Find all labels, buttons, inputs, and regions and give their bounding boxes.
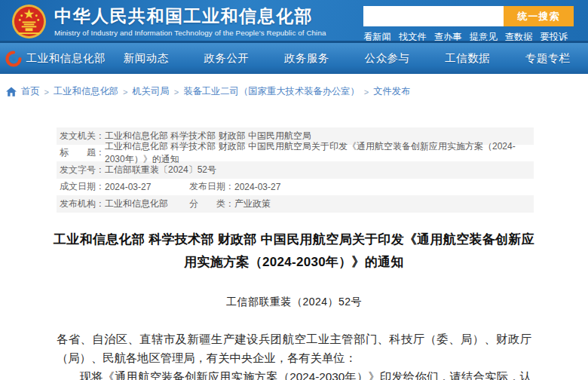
- breadcrumb-separator: >: [123, 87, 127, 97]
- quick-link-complaints[interactable]: 要投诉: [540, 31, 568, 44]
- meta-label: 发文机关：: [60, 130, 105, 142]
- breadcrumb-item-equipment-dept[interactable]: 装备工业二司（国家重大技术装备办公室）: [183, 85, 360, 98]
- breadcrumb-item-departments[interactable]: 机关司局: [133, 85, 170, 98]
- meta-value: 2024-03-27: [105, 182, 151, 192]
- quick-links: 看新闻 找文件 查办事 提意见 查数据 要投诉: [363, 31, 583, 44]
- breadcrumb-item-miit[interactable]: 工业和信息化部: [54, 85, 118, 98]
- breadcrumb-separator: >: [364, 87, 369, 97]
- nav-item-gov-info[interactable]: 政务公开: [186, 51, 267, 66]
- meta-value: 产业政策: [234, 198, 271, 210]
- breadcrumb-separator: >: [174, 87, 179, 97]
- site-title: 中华人民共和国工业和信息化部: [54, 6, 326, 26]
- banner-tools: 统一搜索 看新闻 找文件 查办事 提意见 查数据 要投诉: [363, 0, 583, 44]
- breadcrumb-item-home[interactable]: 首页: [21, 85, 40, 98]
- nav-item-topics[interactable]: 专题专栏: [507, 51, 588, 66]
- unified-search-input[interactable]: [363, 6, 504, 26]
- meta-row-publisher: 发布机构： 工业和信息化部 分 类： 产业政策: [57, 195, 534, 213]
- main-nav: 工业和信息化部 新闻动态 政务公开 政务服务 公众参与 工信数据 专题专栏: [0, 43, 588, 74]
- miit-logo-icon: [5, 50, 23, 68]
- banner-branding: 中华人民共和国工业和信息化部 Ministry of Industry and …: [0, 4, 326, 39]
- quick-link-files[interactable]: 找文件: [399, 31, 427, 44]
- meta-row-dates: 成文日期： 2024-03-27 发布日期： 2024-03-27: [57, 179, 534, 196]
- meta-label: 发布日期：: [189, 180, 234, 193]
- site-subtitle: Ministry of Industry and Information Tec…: [54, 29, 326, 37]
- nav-item-data[interactable]: 工信数据: [427, 51, 508, 66]
- document-paragraph-body: 现将《通用航空装备创新应用实施方案（2024-2030年）》印发给你们，请结合实…: [57, 367, 531, 380]
- document-paragraph-recipients: 各省、自治区、直辖市及新疆生产建设兵团航空工业主管部门、科技厅（委、局）、财政厅…: [57, 329, 531, 367]
- nav-item-gov-services[interactable]: 政务服务: [267, 51, 348, 66]
- meta-label: 成文日期：: [60, 180, 105, 193]
- meta-label: 发布机构：: [60, 198, 105, 210]
- document-meta-table: 发文机关： 工业和信息化部 科学技术部 财政部 中国民用航空局 标 题： 工业和…: [57, 127, 534, 213]
- meta-value: 2024-03-27: [234, 182, 280, 192]
- nav-item-participation[interactable]: 公众参与: [347, 51, 427, 66]
- national-emblem-icon: [11, 4, 47, 39]
- meta-label: 发文字号：: [60, 164, 105, 176]
- meta-label: 分 类：: [189, 198, 234, 210]
- nav-item-miit[interactable]: 工业和信息化部: [26, 51, 106, 66]
- breadcrumb-home-link[interactable]: [6, 87, 17, 97]
- quick-link-suggestions[interactable]: 提意见: [470, 31, 498, 44]
- unified-search-button[interactable]: 统一搜索: [504, 6, 574, 26]
- breadcrumb-item-current: 文件发布: [373, 85, 410, 98]
- nav-item-news[interactable]: 新闻动态: [106, 51, 187, 66]
- quick-link-services[interactable]: 查办事: [434, 31, 462, 44]
- home-icon: [6, 87, 17, 97]
- meta-row-title: 标 题： 工业和信息化部 科学技术部 财政部 中国民用航空局关于印发《通用航空装…: [57, 145, 534, 162]
- document-title: 工业和信息化部 科学技术部 财政部 中国民用航空局关于印发《通用航空装备创新应用…: [51, 228, 537, 274]
- quick-link-news[interactable]: 看新闻: [363, 31, 391, 44]
- meta-value: 工业和信息化部: [105, 198, 168, 210]
- document-number: 工信部联重装（2024）52号: [0, 296, 588, 309]
- breadcrumb-separator: >: [44, 87, 49, 97]
- meta-value: 工信部联重装〔2024〕52号: [105, 164, 216, 176]
- meta-label: 标 题：: [60, 146, 105, 159]
- breadcrumb: 首页 > 工业和信息化部 > 机关司局 > 装备工业二司（国家重大技术装备办公室…: [0, 74, 588, 98]
- content-area: 首页 > 工业和信息化部 > 机关司局 > 装备工业二司（国家重大技术装备办公室…: [0, 74, 588, 380]
- meta-value: 工业和信息化部 科学技术部 财政部 中国民用航空局关于印发《通用航空装备创新应用…: [105, 140, 534, 166]
- site-banner: 中华人民共和国工业和信息化部 Ministry of Industry and …: [0, 0, 588, 43]
- quick-link-data[interactable]: 查数据: [505, 31, 533, 44]
